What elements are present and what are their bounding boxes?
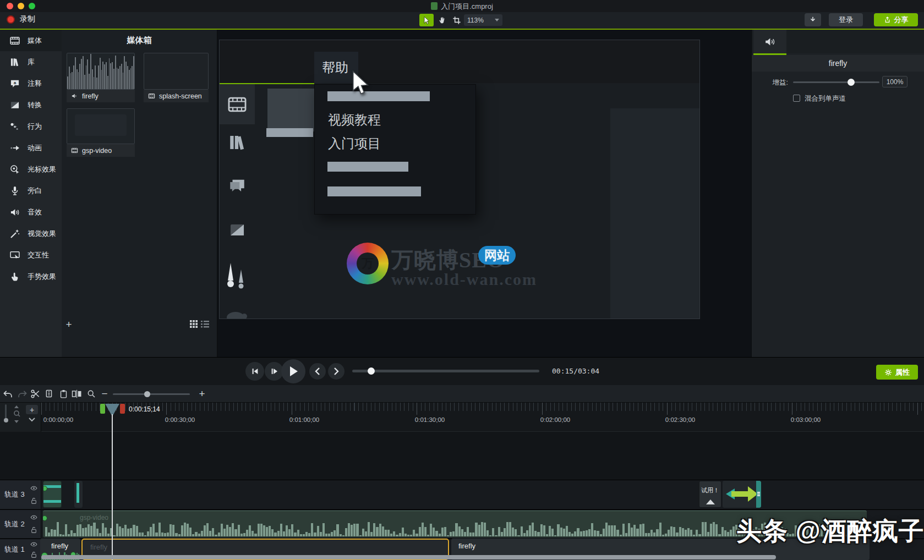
sidebar-item-transitions[interactable]: 转换 — [0, 94, 62, 116]
media-item-gsp-video-thumbnail[interactable] — [67, 108, 135, 144]
menu-placeholder-bar — [327, 186, 421, 196]
track3-clip-annotation[interactable] — [43, 481, 62, 508]
play-button[interactable] — [281, 359, 305, 383]
sidebar-item-animations[interactable]: 动画 — [0, 137, 62, 158]
eye-icon[interactable] — [30, 515, 37, 520]
add-track-button[interactable]: + — [26, 405, 38, 414]
sidebar-item-audio-effects[interactable]: 音效 — [0, 201, 62, 223]
sidebar-item-behaviors[interactable]: 行为 — [0, 116, 62, 137]
interactivity-icon — [9, 250, 20, 261]
timeline-ruler[interactable]: 0:00:00;00 0:00:30;00 0:01:00;00 0:01:30… — [41, 403, 924, 432]
playhead-line[interactable] — [112, 414, 113, 560]
lock-icon[interactable] — [31, 526, 37, 534]
track-zoom-cluster[interactable] — [12, 405, 21, 423]
share-button[interactable]: 分享 — [874, 13, 918, 26]
gain-slider[interactable] — [793, 81, 879, 83]
sidebar-item-cursor-effects[interactable]: 光标效果 — [0, 158, 62, 180]
track-3-header[interactable]: 轨道 3 — [0, 480, 41, 509]
list-view-button[interactable] — [201, 320, 209, 328]
track-height-handle[interactable] — [4, 418, 8, 422]
split-button[interactable] — [71, 388, 82, 399]
timeline-zoom-slider[interactable] — [113, 393, 190, 395]
sidebar-item-visual-effects[interactable]: 视觉效果 — [0, 223, 62, 244]
mix-to-mono-checkbox[interactable] — [793, 95, 800, 102]
ruler-label: 0:01:30;00 — [415, 416, 445, 423]
speaker-icon — [71, 92, 78, 100]
track3-clip-trial-callout[interactable]: 试用！ — [699, 481, 721, 508]
chevron-right-icon — [333, 367, 339, 375]
previous-clip-button[interactable] — [309, 363, 326, 380]
sidebar-item-gesture-effects[interactable]: 手势效果 — [0, 266, 62, 287]
media-item-splash-screen-thumbnail[interactable] — [144, 53, 209, 90]
record-icon — [7, 15, 15, 24]
timeline-zoom-handle[interactable] — [144, 391, 150, 397]
pan-tool-button[interactable] — [435, 14, 450, 26]
crop-tool-button[interactable] — [450, 14, 464, 26]
video-preview[interactable]: 帮助 — [219, 40, 700, 319]
cursor-effects-icon — [9, 164, 20, 175]
playback-scrubber[interactable] — [352, 370, 539, 372]
scrubber-handle[interactable] — [368, 367, 375, 375]
copy-button[interactable] — [44, 388, 55, 399]
select-tool-button[interactable] — [419, 14, 434, 26]
crop-icon — [452, 16, 461, 25]
previous-frame-button[interactable] — [245, 362, 264, 381]
zoom-out-button[interactable]: − — [99, 388, 110, 399]
track3-clip-arrow-annotation[interactable] — [723, 481, 761, 508]
sidebar-item-media[interactable]: 媒体 — [0, 30, 62, 51]
next-clip-button[interactable] — [328, 363, 345, 380]
watermark-logo: 万 — [347, 243, 389, 284]
timeline-horizontal-scrollbar[interactable] — [41, 555, 776, 559]
transition-icon — [9, 100, 20, 111]
recorded-menu-item-tutorials: 视频教程 — [328, 111, 381, 129]
sidebar-item-library[interactable]: 库 — [0, 51, 62, 73]
paste-button[interactable] — [58, 388, 69, 399]
track-3-lane[interactable] — [41, 480, 924, 509]
playhead-in-handle[interactable] — [100, 404, 105, 414]
media-item-firefly-label[interactable]: firefly — [67, 90, 135, 102]
track3-clip-small[interactable] — [74, 481, 83, 508]
properties-button[interactable]: 属性 — [876, 365, 918, 380]
pan-hand-icon — [438, 16, 447, 25]
audio-properties-tab[interactable] — [753, 30, 786, 53]
add-media-button[interactable]: + — [64, 319, 74, 330]
ruler-label: 0:01:00;00 — [289, 416, 319, 423]
undo-button[interactable] — [2, 388, 13, 399]
gain-slider-handle[interactable] — [848, 79, 855, 86]
redo-icon — [18, 390, 27, 398]
next-frame-button[interactable] — [265, 362, 283, 381]
redo-button[interactable] — [17, 388, 28, 399]
annotation-icon: a — [9, 78, 20, 89]
media-item-firefly-thumbnail[interactable] — [67, 53, 135, 90]
canvas-zoom-dropdown[interactable]: 113% — [464, 14, 502, 26]
watermark-badge: 网站 — [478, 246, 516, 265]
zoom-in-button[interactable]: + — [196, 388, 207, 399]
track-options-button[interactable] — [26, 415, 38, 424]
gain-value-field[interactable]: 100% — [882, 76, 907, 87]
track-1-header[interactable]: 轨道 1 — [0, 539, 41, 560]
grid-view-button[interactable] — [190, 320, 198, 328]
media-item-gsp-video-label[interactable]: gsp-video — [67, 144, 135, 157]
cut-button[interactable] — [30, 388, 41, 399]
video-thumbnail-frame — [75, 114, 127, 136]
sidebar-item-narration[interactable]: 旁白 — [0, 180, 62, 201]
timeline-toolbar: − + — [0, 385, 924, 403]
recorded-partial-icon — [220, 308, 255, 319]
login-button[interactable]: 登录 — [829, 13, 863, 26]
sidebar-item-annotations[interactable]: a 注释 — [0, 73, 62, 94]
lock-icon[interactable] — [31, 551, 37, 558]
lock-icon[interactable] — [31, 497, 37, 504]
speaker-icon — [764, 36, 776, 48]
eye-icon[interactable] — [30, 542, 37, 547]
media-item-splash-screen-label[interactable]: splash-screen — [144, 90, 209, 102]
sidebar-item-interactivity[interactable]: 交互性 — [0, 244, 62, 266]
playhead-out-handle[interactable] — [120, 404, 125, 414]
track-height-slider[interactable] — [5, 404, 7, 420]
record-button[interactable]: 录制 — [7, 14, 35, 24]
ruler-major-ticks — [41, 403, 924, 415]
trial-callout-label: 试用！ — [699, 486, 721, 495]
track-2-header[interactable]: 轨道 2 — [0, 509, 41, 538]
eye-icon[interactable] — [30, 486, 37, 491]
download-button[interactable] — [805, 13, 821, 26]
clip-trim-handle[interactable] — [756, 481, 761, 508]
